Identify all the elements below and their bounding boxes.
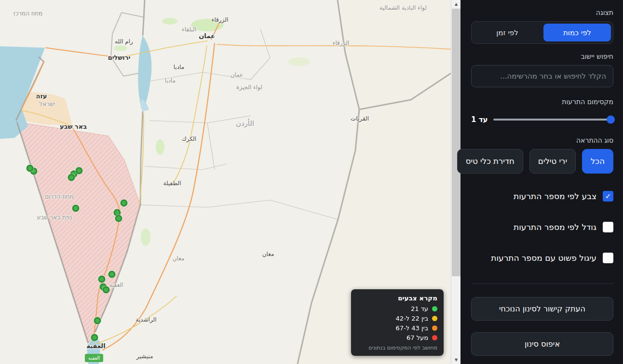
- alert-marker[interactable]: [72, 205, 80, 212]
- legend-item-label: מעל 67: [406, 334, 428, 341]
- checkbox-row-0[interactable]: ✓צבע לפי מספר התרעות: [471, 191, 613, 202]
- sidebar-divider: [471, 283, 613, 284]
- alert-marker[interactable]: [76, 167, 83, 175]
- settlement-search-input[interactable]: [471, 65, 613, 87]
- max-alerts-slider-row: עד 1: [471, 115, 613, 124]
- alert-marker[interactable]: [98, 276, 106, 283]
- action-buttons: העתק קישור לסינון הנוכחיאיפוס סינון: [471, 297, 613, 356]
- copy-filter-link-button[interactable]: העתק קישור לסינון הנוכחי: [471, 297, 613, 321]
- checkbox-checked-icon[interactable]: ✓: [603, 191, 613, 202]
- display-label: תצוגה: [471, 9, 613, 16]
- reset-filter-button[interactable]: איפוס סינון: [471, 332, 613, 356]
- max-alerts-slider[interactable]: [493, 119, 613, 121]
- options-checkbox-list: ✓צבע לפי מספר התרעותגודל לפי מספר התרעות…: [471, 191, 613, 263]
- vertical-scrollbar[interactable]: ▲ ▼: [451, 0, 460, 364]
- checkbox-row-1[interactable]: גודל לפי מספר התרעות: [471, 222, 613, 232]
- alert-marker[interactable]: [94, 317, 101, 324]
- scroll-down-icon[interactable]: ▼: [451, 356, 461, 364]
- alert-marker[interactable]: [108, 271, 116, 278]
- map-legend: מקרא צבעים עד 21בין 22 ל-42בין 43 ל-67מע…: [351, 289, 444, 356]
- legend-item-0: עד 21: [357, 305, 437, 312]
- alert-type-option-0[interactable]: הכל: [582, 149, 613, 174]
- alert-marker[interactable]: [121, 200, 128, 207]
- alert-marker[interactable]: [27, 165, 34, 172]
- alert-marker[interactable]: [68, 174, 75, 181]
- legend-item-label: בין 22 ל-42: [396, 315, 428, 322]
- max-alerts-value: עד 1: [471, 115, 488, 124]
- alert-type-label: סוג ההתראה: [471, 136, 613, 144]
- scrollbar-thumb[interactable]: [452, 9, 460, 276]
- app-root: מחוז המרכזالزرقاءلواء البادية الشماليةال…: [0, 0, 623, 364]
- checkbox-label-1: גודל לפי מספר התרעות: [514, 222, 596, 232]
- alert-type-option-1[interactable]: ירי טילים: [529, 149, 576, 174]
- legend-color-dot: [432, 325, 437, 331]
- checkbox-label-0: צבע לפי מספר התרעות: [514, 191, 596, 201]
- legend-color-dot: [432, 316, 437, 321]
- alert-type-buttons: הכלירי טיליםחדירת כלי טיס: [471, 149, 613, 174]
- search-label: חיפוש יישוב: [471, 53, 613, 60]
- checkbox-unchecked-icon[interactable]: [603, 253, 613, 263]
- checkbox-row-2[interactable]: עיגול פשוט עם מספר התרעות: [471, 253, 613, 263]
- alert-marker[interactable]: [115, 215, 122, 222]
- legend-item-label: בין 43 ל-67: [396, 324, 428, 332]
- legend-color-dot: [432, 335, 437, 340]
- legend-item-1: בין 22 ל-42: [357, 315, 437, 322]
- checkbox-unchecked-icon[interactable]: [603, 222, 613, 232]
- checkbox-label-2: עיגול פשוט עם מספר התרעות: [491, 253, 596, 263]
- view-option-0[interactable]: לפי כמות: [543, 24, 611, 41]
- scroll-up-icon[interactable]: ▲: [451, 0, 461, 8]
- filter-sidebar: תצוגה לפי כמותלפי זמן חיפוש יישוב מקסימו…: [460, 0, 623, 364]
- slider-thumb[interactable]: [607, 116, 615, 124]
- legend-items: עד 21בין 22 ל-42בין 43 ל-67מעל 67: [357, 305, 437, 341]
- alert-marker[interactable]: [103, 286, 110, 294]
- map[interactable]: מחוז המרכזالزرقاءلواء البادية الشماليةال…: [0, 0, 451, 364]
- legend-color-dot: [432, 306, 437, 311]
- legend-title: מקרא צבעים: [357, 294, 437, 302]
- legend-item-2: בין 43 ל-67: [357, 324, 437, 332]
- legend-footnote: מחושב לפי המקסימום בנתונים: [357, 345, 437, 351]
- view-toggle: לפי כמותלפי זמן: [471, 21, 613, 44]
- max-alerts-label: מקסימום התרעות: [471, 98, 613, 106]
- aqaba-route-badge: العقبة: [85, 354, 103, 362]
- alert-marker[interactable]: [91, 334, 98, 341]
- alert-type-option-2[interactable]: חדירת כלי טיס: [457, 149, 523, 174]
- legend-item-3: מעל 67: [357, 334, 437, 341]
- legend-item-label: עד 21: [411, 305, 428, 312]
- view-option-1[interactable]: לפי זמן: [474, 24, 541, 41]
